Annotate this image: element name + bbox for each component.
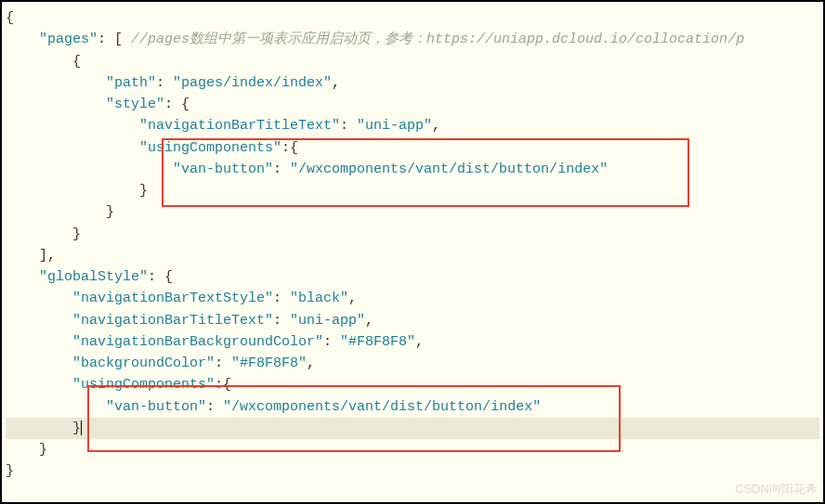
code-line: "navigationBarTitleText": "uni-app",: [6, 115, 819, 136]
token-key: "path": [106, 75, 156, 91]
token-punct: ],: [39, 248, 56, 264]
token-colon: :: [156, 75, 173, 91]
token-key: "style": [106, 97, 164, 112]
token-colon: :: [282, 140, 290, 156]
token-colon: :: [273, 291, 290, 306]
token-string: "/wxcomponents/vant/dist/button/index": [290, 162, 608, 177]
token-punct: }: [6, 463, 14, 479]
code-line: "path": "pages/index/index",: [6, 72, 819, 94]
token-key: "globalStyle": [39, 269, 148, 285]
token-colon: :: [215, 355, 231, 371]
token-key: "navigationBarBackgroundColor": [72, 334, 323, 350]
code-line: "globalStyle": {: [6, 266, 819, 288]
token-punct: ,: [348, 291, 357, 306]
token-punct: ,: [332, 75, 340, 91]
token-colon: :: [215, 377, 223, 393]
code-line: ],: [6, 245, 819, 266]
token-string: "uni-app": [290, 313, 365, 329]
code-line: }: [6, 439, 819, 460]
token-colon: :: [323, 334, 340, 350]
token-key: "van-button": [173, 162, 273, 177]
token-punct: {: [164, 269, 173, 285]
token-colon: :: [98, 32, 114, 47]
token-punct: {: [72, 54, 81, 70]
token-comment: //pages数组中第一项表示应用启动页，参考：https://uniapp.d…: [131, 32, 744, 47]
code-line: }: [6, 201, 819, 223]
token-punct: ,: [415, 334, 424, 350]
code-line: "pages": [ //pages数组中第一项表示应用启动页，参考：https…: [6, 29, 819, 50]
token-punct: [: [114, 32, 131, 47]
token-colon: :: [148, 269, 164, 285]
token-punct: {: [181, 97, 190, 112]
token-colon: :: [273, 162, 290, 177]
token-punct: {: [223, 377, 231, 393]
code-line: "van-button": "/wxcomponents/vant/dist/b…: [6, 396, 819, 418]
token-colon: :: [164, 97, 181, 112]
token-string: "/wxcomponents/vant/dist/button/index": [223, 399, 541, 415]
code-line: }: [6, 180, 819, 201]
token-key: "usingComponents": [72, 377, 215, 393]
token-string: "black": [290, 291, 348, 306]
token-punct: {: [290, 140, 298, 156]
code-line: {: [6, 51, 819, 72]
token-colon: :: [206, 399, 223, 415]
code-line: "navigationBarTextStyle": "black",: [6, 288, 819, 309]
code-line: "usingComponents":{: [6, 374, 819, 395]
token-key: "usingComponents": [139, 140, 282, 156]
code-line: "usingComponents":{: [6, 137, 819, 159]
token-punct: ,: [365, 313, 373, 329]
token-punct: }: [39, 442, 47, 458]
code-line: "navigationBarTitleText": "uni-app",: [6, 310, 819, 331]
token-key: "van-button": [106, 399, 206, 415]
code-line: "style": {: [6, 94, 819, 115]
code-line: "van-button": "/wxcomponents/vant/dist/b…: [6, 159, 819, 180]
code-line: "backgroundColor": "#F8F8F8",: [6, 353, 819, 374]
token-key: "navigationBarTextStyle": [72, 291, 273, 306]
token-punct: }: [139, 183, 148, 199]
code-line: "navigationBarBackgroundColor": "#F8F8F8…: [6, 331, 819, 353]
token-key: "backgroundColor": [72, 355, 215, 371]
text-cursor: [81, 420, 82, 435]
watermark: CSDN向阳花希: [735, 480, 818, 498]
code-block: { "pages": [ //pages数组中第一项表示应用启动页，参考：htt…: [6, 7, 819, 483]
token-string: "#F8F8F8": [340, 334, 415, 350]
token-key: "pages": [39, 32, 98, 47]
token-punct: {: [6, 10, 14, 26]
token-string: "uni-app": [357, 118, 432, 134]
token-colon: :: [340, 118, 357, 134]
token-punct: ,: [432, 118, 440, 134]
token-punct: ,: [307, 355, 315, 371]
token-colon: :: [273, 313, 290, 329]
code-line: {: [6, 7, 819, 29]
token-key: "navigationBarTitleText": [72, 313, 273, 329]
token-punct: }: [72, 226, 81, 242]
code-line: }: [6, 224, 819, 245]
code-line: }: [6, 418, 819, 439]
token-punct: }: [106, 204, 114, 220]
code-line: }: [6, 460, 819, 482]
token-key: "navigationBarTitleText": [139, 118, 340, 134]
token-string: "pages/index/index": [173, 75, 332, 91]
token-string: "#F8F8F8": [231, 355, 307, 371]
token-punct: }: [72, 420, 81, 436]
